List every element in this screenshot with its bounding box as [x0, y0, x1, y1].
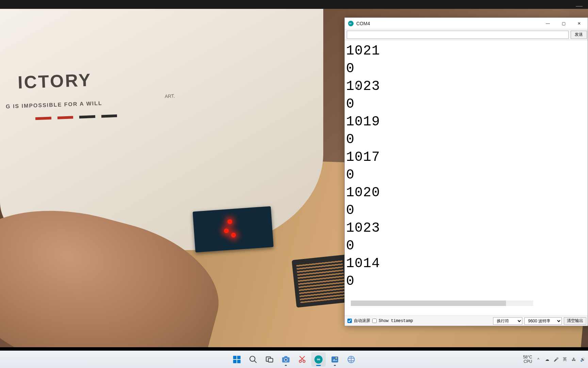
taskbar-app-browser[interactable]	[344, 352, 358, 367]
cpu-temp-value: 58°C	[523, 355, 532, 359]
svg-text:∞: ∞	[317, 356, 320, 362]
serial-titlebar[interactable]: COM4 — ▢ ✕	[345, 18, 588, 29]
svg-rect-1	[237, 356, 241, 359]
taskbar-center: ∞	[230, 351, 358, 368]
tray-volume-icon[interactable]: 🔊	[580, 357, 585, 362]
taskbar-app-arduino[interactable]: ∞	[311, 352, 326, 367]
start-button[interactable]	[230, 352, 244, 367]
scrollbar-thumb[interactable]	[351, 301, 506, 306]
taskview-button[interactable]	[262, 352, 277, 367]
svg-point-4	[250, 356, 255, 361]
autoscroll-label: 自动滚屏	[354, 318, 370, 324]
serial-send-button[interactable]: 发送	[571, 31, 587, 39]
tray-cloud-icon[interactable]: ☁	[544, 357, 550, 362]
horizontal-scrollbar[interactable]	[351, 301, 533, 306]
desktop: — ICTORY ART. G IS IMPOSSIBLE FOR A WILL…	[0, 0, 588, 368]
svg-line-5	[254, 361, 257, 363]
svg-rect-18	[331, 356, 338, 362]
timestamp-checkbox[interactable]	[372, 319, 377, 323]
search-button[interactable]	[246, 352, 260, 367]
svg-rect-7	[268, 358, 273, 362]
window-maximize-button[interactable]: ▢	[556, 18, 571, 29]
clear-output-button[interactable]: 清空输出	[564, 317, 586, 325]
tray-chevron-icon[interactable]: ^	[536, 357, 541, 362]
tray-network-icon[interactable]: 🖧	[571, 357, 576, 362]
serial-footer: 自动滚屏 Show timestamp 换行符 9600 波特率 清空输出	[345, 316, 588, 326]
rain-sensor-module	[292, 255, 351, 308]
window-minimize-button[interactable]: —	[540, 18, 556, 29]
svg-rect-2	[233, 360, 236, 363]
serial-monitor-window: COM4 — ▢ ✕ 发送 1021 0 1023 0 1019 0 1017 …	[344, 17, 588, 326]
cpu-temp-widget[interactable]: 58°C CPU	[523, 355, 532, 364]
windows-taskbar: ∞ 58°C CPU ^ ☁ 🎤 英 🖧 🔊	[0, 350, 588, 368]
taskbar-app-camera[interactable]	[279, 352, 293, 367]
tray-ime-icon[interactable]: 英	[562, 357, 568, 362]
timestamp-label: Show timestamp	[379, 319, 413, 323]
led-indicator	[227, 219, 232, 224]
svg-rect-0	[233, 356, 236, 359]
svg-point-20	[336, 357, 337, 358]
line-ending-select[interactable]: 换行符	[493, 317, 522, 325]
serial-input[interactable]	[347, 31, 569, 39]
svg-rect-3	[237, 360, 241, 363]
window-close-button[interactable]: ✕	[571, 18, 587, 29]
app-top-bar: —	[0, 0, 588, 9]
arduino-board	[193, 206, 274, 252]
serial-send-row: 发送	[345, 29, 588, 40]
system-tray: 58°C CPU ^ ☁ 🎤 英 🖧 🔊	[523, 351, 585, 368]
taskbar-app-photos[interactable]	[328, 352, 342, 367]
tray-mic-icon[interactable]: 🎤	[553, 357, 559, 362]
autoscroll-checkbox[interactable]	[347, 319, 352, 323]
led-indicator	[224, 228, 229, 233]
cpu-temp-label: CPU	[524, 359, 532, 364]
shirt-text-sub: ART.	[165, 93, 175, 99]
led-indicator	[231, 232, 236, 237]
serial-title: COM4	[356, 21, 370, 26]
svg-point-10	[285, 358, 287, 361]
arduino-icon	[348, 21, 354, 26]
taskbar-app-snip[interactable]	[295, 352, 309, 367]
baud-rate-select[interactable]: 9600 波特率	[524, 317, 562, 325]
serial-output[interactable]: 1021 0 1023 0 1019 0 1017 0 1020 0 1023 …	[345, 40, 588, 316]
shirt-text-main: ICTORY	[17, 70, 92, 93]
app-minimize-button[interactable]: —	[572, 2, 586, 9]
svg-rect-11	[284, 356, 288, 357]
